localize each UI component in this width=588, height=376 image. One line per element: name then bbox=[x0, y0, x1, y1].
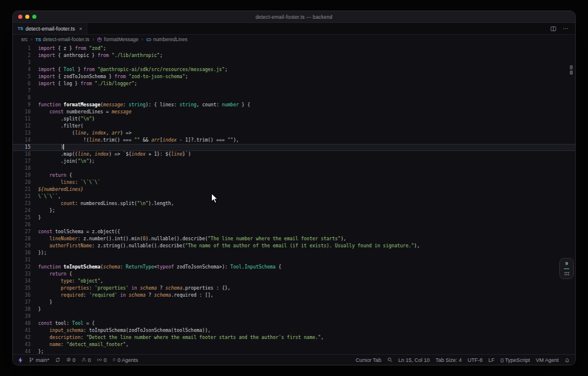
editor-window: detect-email-footer.ts — backend TS dete… bbox=[12, 11, 576, 365]
status-eol[interactable]: LF bbox=[488, 357, 495, 363]
code-row[interactable]: 28 lineNumber: z.number().int().min(0).n… bbox=[13, 236, 575, 243]
code-text: }; bbox=[38, 207, 55, 214]
code-row[interactable]: 1import { z } from "zod"; bbox=[13, 45, 575, 52]
status-tab-size[interactable]: Tab Size: 4 bbox=[435, 357, 462, 363]
code-text: .map((line, index) => `${index + 1}: ${l… bbox=[38, 151, 191, 158]
code-row[interactable]: 31 bbox=[13, 257, 575, 264]
line-number: 33 bbox=[13, 271, 38, 278]
code-row[interactable]: 19 return { bbox=[13, 172, 575, 179]
code-row[interactable]: 14 !(line.trim() === "" && arr[index - 1… bbox=[13, 137, 575, 144]
breadcrumb-item-formatmessage[interactable]: formatMessage bbox=[97, 36, 138, 42]
close-tab-icon[interactable]: × bbox=[79, 26, 82, 32]
status-bell[interactable] bbox=[565, 357, 570, 363]
split-editor-icon[interactable] bbox=[550, 26, 556, 32]
code-row[interactable]: 39 bbox=[13, 313, 575, 320]
code-row[interactable]: 23 count: numberedLines.split("\n").leng… bbox=[13, 200, 575, 207]
breadcrumb-item-src[interactable]: src bbox=[21, 36, 28, 42]
breadcrumb-item-detect-email-footer-ts[interactable]: TSdetect-email-footer.ts bbox=[35, 36, 89, 42]
code-row[interactable]: 17 .join("\n"); bbox=[13, 158, 575, 165]
code-row[interactable]: 7 bbox=[13, 88, 575, 95]
line-number: 19 bbox=[13, 172, 38, 179]
breadcrumb-separator-icon: › bbox=[92, 36, 94, 42]
editor[interactable]: 1import { z } from "zod";2import { anthr… bbox=[13, 44, 575, 354]
breadcrumb[interactable]: src›TSdetect-email-footer.ts›formatMessa… bbox=[13, 35, 575, 44]
status-remote[interactable] bbox=[18, 357, 23, 363]
code-row[interactable]: 20 lines: `\`\`\` bbox=[13, 179, 575, 186]
code-row[interactable]: 21${numberedLines} bbox=[13, 186, 575, 193]
line-number: 17 bbox=[13, 158, 38, 165]
status-language[interactable]: { }TypeScript bbox=[501, 357, 530, 363]
close-window-button[interactable] bbox=[18, 15, 22, 19]
code-row[interactable]: 25} bbox=[13, 214, 575, 221]
code-row[interactable]: 40const tool: Tool = { bbox=[13, 320, 575, 327]
code-text: lineNumber: z.number().int().min(0).null… bbox=[38, 236, 346, 243]
code-row[interactable]: 15 ) bbox=[13, 144, 575, 151]
code-row[interactable]: 10 const numberedLines = message bbox=[13, 109, 575, 116]
code-row[interactable]: 42 description: "Detect the line number … bbox=[13, 334, 575, 341]
status-agents[interactable]: ○0 Agents bbox=[113, 357, 138, 363]
code-row[interactable]: 22\`\`\``, bbox=[13, 193, 575, 200]
widget-grid-icon[interactable] bbox=[564, 271, 570, 276]
code-row[interactable]: 36 required: 'required' in schema ? sche… bbox=[13, 292, 575, 299]
code-row[interactable]: 13 (line, index, arr) => bbox=[13, 130, 575, 137]
status-label: 0 bbox=[73, 357, 76, 363]
minimize-window-button[interactable] bbox=[25, 15, 29, 19]
code-row[interactable]: 29 authorFirstName: z.string().nullable(… bbox=[13, 243, 575, 250]
code-text: function formatMessage(message: string):… bbox=[38, 102, 250, 109]
code-row[interactable]: 2import { anthropic } from "./lib/anthro… bbox=[13, 52, 575, 59]
code-row[interactable]: 27const toolSchema = z.object({ bbox=[13, 229, 575, 236]
code-row[interactable]: 26 bbox=[13, 221, 575, 229]
zoom-window-button[interactable] bbox=[32, 15, 36, 19]
status-notifications-count[interactable]: 0 bbox=[97, 357, 107, 363]
status-cursor-position[interactable]: Ln 15, Col 10 bbox=[398, 357, 430, 363]
code-row[interactable]: 8 bbox=[13, 95, 575, 102]
floating-widget[interactable]: 9 bbox=[559, 258, 574, 279]
status-vm-agent[interactable]: VM Agent bbox=[536, 357, 559, 363]
code-row[interactable]: 16 .map((line, index) => `${index + 1}: … bbox=[13, 151, 575, 158]
code-row[interactable]: 41 input_schema: toInputSchema(zodToJson… bbox=[13, 327, 575, 334]
status-warnings[interactable]: ⚠0 bbox=[82, 357, 91, 363]
more-actions-icon[interactable]: ⋯ bbox=[563, 26, 569, 32]
code-row[interactable]: 5import { zodToJsonSchema } from "zod-to… bbox=[13, 73, 575, 80]
code-row[interactable]: 30}); bbox=[13, 250, 575, 257]
code-row[interactable]: 4import { Tool } from "@anthropic-ai/sdk… bbox=[13, 66, 575, 73]
status-search[interactable] bbox=[387, 357, 393, 362]
breadcrumb-label: src bbox=[21, 36, 28, 42]
editor-actions: ⋯ bbox=[544, 23, 575, 34]
line-number: 12 bbox=[13, 123, 38, 130]
breadcrumb-label: formatMessage bbox=[104, 36, 138, 42]
code-row[interactable]: 43 name: "detect_email_footer", bbox=[13, 341, 575, 348]
code-row[interactable]: 11 .split("\n") bbox=[13, 116, 575, 123]
code-text: import { zodToJsonSchema } from "zod-to-… bbox=[38, 73, 188, 80]
code-row[interactable]: 3 bbox=[13, 59, 575, 66]
code-row[interactable]: 6import { log } from "./lib/logger"; bbox=[13, 80, 575, 88]
code-row[interactable]: 37 } bbox=[13, 299, 575, 306]
status-git-branch[interactable]: main* bbox=[29, 357, 49, 363]
code-row[interactable]: 35 properties: 'properties' in schema ? … bbox=[13, 285, 575, 292]
code-row[interactable]: 33 return { bbox=[13, 271, 575, 278]
code-row[interactable]: 24 }; bbox=[13, 207, 575, 214]
mouse-cursor bbox=[211, 193, 219, 204]
code-row[interactable]: 38} bbox=[13, 306, 575, 313]
code-row[interactable]: 44}; bbox=[13, 348, 575, 354]
code-text: return { bbox=[38, 271, 72, 278]
code-row[interactable]: 18 bbox=[13, 165, 575, 172]
line-number: 10 bbox=[13, 109, 38, 116]
tab-detect-email-footer[interactable]: TS detect-email-footer.ts × bbox=[13, 23, 87, 34]
code-text: const tool: Tool = { bbox=[38, 320, 94, 327]
code-row[interactable]: 32function toInputSchema(schema: ReturnT… bbox=[13, 264, 575, 271]
line-number: 8 bbox=[13, 95, 38, 102]
code-row[interactable]: 34 type: "object", bbox=[13, 278, 575, 285]
line-number: 21 bbox=[13, 186, 38, 193]
status-cursor-tab[interactable]: Cursor Tab bbox=[356, 357, 381, 363]
breadcrumb-item-numberedlines[interactable]: numberedLines bbox=[146, 36, 188, 42]
code-row[interactable]: 12 .filter( bbox=[13, 123, 575, 130]
status-errors[interactable]: ⊘0 bbox=[66, 357, 76, 363]
titlebar[interactable]: detect-email-footer.ts — backend bbox=[13, 11, 575, 23]
status-label: 0 bbox=[88, 357, 91, 363]
code-row[interactable]: 9function formatMessage(message: string)… bbox=[13, 102, 575, 109]
status-sync[interactable] bbox=[55, 357, 60, 362]
code-text: } bbox=[38, 214, 41, 221]
status-encoding[interactable]: UTF-8 bbox=[468, 357, 483, 363]
widget-badge[interactable]: 9 bbox=[565, 261, 567, 266]
